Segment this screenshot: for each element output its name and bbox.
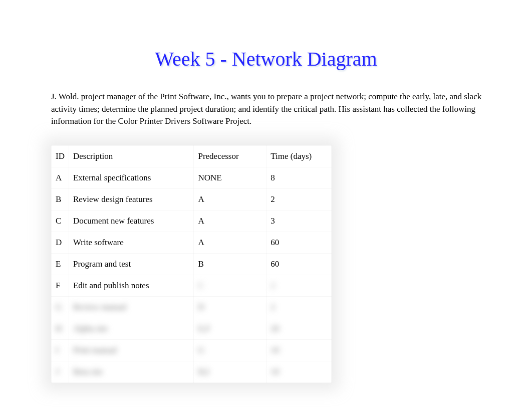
table-row: JBeta siteH,I10 [52, 361, 332, 382]
cell-predecessor: D [194, 296, 267, 318]
cell-id: D [52, 232, 69, 253]
table-row: EProgram and testB60 [52, 253, 332, 275]
header-description: Description [69, 145, 193, 167]
table-row: BReview design featuresA2 [52, 188, 332, 210]
page-title: Week 5 - Network Diagram [0, 47, 532, 71]
cell-description: Write software [69, 232, 193, 253]
table-row: HAlpha siteE,F20 [52, 318, 332, 339]
table-row: GReview manualD2 [52, 296, 332, 318]
cell-time: 2 [267, 188, 332, 210]
cell-id: A [52, 167, 69, 188]
intro-paragraph: J. Wold. project manager of the Print So… [51, 91, 482, 128]
cell-description: Document new features [69, 210, 193, 232]
header-time: Time (days) [267, 145, 332, 167]
cell-id: B [52, 188, 69, 210]
cell-predecessor: A [194, 188, 267, 210]
cell-description: Print manual [69, 339, 193, 361]
table-row: AExternal specificationsNONE8 [52, 167, 332, 188]
cell-predecessor: NONE [194, 167, 267, 188]
table-row: CDocument new featuresA3 [52, 210, 332, 232]
cell-time: 60 [267, 253, 332, 275]
cell-predecessor: C [194, 275, 267, 296]
cell-time: 3 [267, 210, 332, 232]
cell-time: 10 [267, 361, 332, 382]
cell-id: C [52, 210, 69, 232]
activity-table-container: ID Description Predecessor Time (days) A… [51, 145, 332, 383]
cell-id: I [52, 339, 69, 361]
cell-id: J [52, 361, 69, 382]
table-header-row: ID Description Predecessor Time (days) [52, 145, 332, 167]
cell-id: G [52, 296, 69, 318]
cell-predecessor: A [194, 232, 267, 253]
activity-table: ID Description Predecessor Time (days) A… [51, 145, 332, 383]
cell-id: F [52, 275, 69, 296]
cell-time: 10 [267, 339, 332, 361]
cell-time: 2 [267, 296, 332, 318]
cell-description: Review manual [69, 296, 193, 318]
cell-predecessor: B [194, 253, 267, 275]
cell-predecessor: G [194, 339, 267, 361]
cell-description: Review design features [69, 188, 193, 210]
cell-time: 20 [267, 318, 332, 339]
table-row: DWrite softwareA60 [52, 232, 332, 253]
cell-predecessor: H,I [194, 361, 267, 382]
cell-predecessor: E,F [194, 318, 267, 339]
table-row: IPrint manualG10 [52, 339, 332, 361]
cell-description: Program and test [69, 253, 193, 275]
cell-id: E [52, 253, 69, 275]
cell-time: 2 [267, 275, 332, 296]
header-predecessor: Predecessor [194, 145, 267, 167]
cell-description: Alpha site [69, 318, 193, 339]
cell-description: Beta site [69, 361, 193, 382]
cell-description: Edit and publish notes [69, 275, 193, 296]
cell-id: H [52, 318, 69, 339]
cell-time: 60 [267, 232, 332, 253]
cell-time: 8 [267, 167, 332, 188]
header-id: ID [52, 145, 69, 167]
cell-predecessor: A [194, 210, 267, 232]
table-row: FEdit and publish notesC2 [52, 275, 332, 296]
cell-description: External specifications [69, 167, 193, 188]
